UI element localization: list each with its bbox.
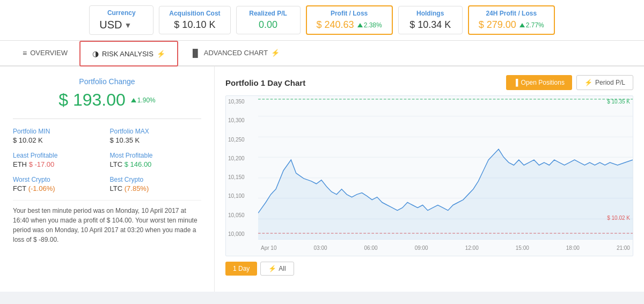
profit-loss-badge: 2.38% — [357, 21, 382, 29]
up-arrow-icon-3 — [131, 98, 136, 102]
chart-lightning-icon: ⚡ — [271, 49, 280, 57]
chart-x-labels: Apr 10 03:00 06:00 09:00 12:00 15:00 18:… — [258, 240, 633, 256]
x-label-0: Apr 10 — [261, 245, 276, 251]
portfolio-max-item: Portfolio MAX $ 10.35 K — [110, 128, 202, 144]
chart-icon: ▐▌ — [190, 49, 201, 57]
y-label-2: 10,250 — [228, 137, 256, 143]
chart-all-button[interactable]: ⚡ All — [260, 262, 294, 276]
realized-pl-card: Realized P/L 0.00 — [236, 6, 301, 34]
worst-crypto-label: Worst Crypto — [13, 176, 105, 183]
profit-24h-badge: 2.77% — [519, 21, 544, 29]
portfolio-value-row: $ 193.00 1.90% — [13, 90, 201, 110]
risk-lightning-icon: ⚡ — [157, 50, 165, 58]
acquisition-cost-value: $ 10.10 K — [169, 19, 220, 31]
portfolio-min-label: Portfolio MIN — [13, 128, 105, 135]
x-label-6: 18:00 — [566, 245, 580, 251]
chart-header: Portfolio 1 Day Chart ▐ Open Positions ⚡… — [225, 75, 633, 90]
y-label-7: 10,000 — [228, 231, 256, 237]
best-crypto-pct: (7.85%) — [125, 184, 149, 192]
x-label-5: 15:00 — [516, 245, 529, 251]
holdings-card: Holdings $ 10.34 K — [398, 6, 463, 34]
chart-svg-area: $ 10.35 K $ 10.02 K — [258, 96, 633, 240]
least-profitable-label: Least Profitable — [13, 152, 105, 159]
currency-label: Currency — [99, 9, 143, 17]
description-text: Your best ten minute period was on Monda… — [13, 200, 201, 244]
tab-overview[interactable]: ≡ OVERVIEW — [11, 41, 79, 66]
chart-container: 10,350 10,300 10,250 10,200 10,150 10,10… — [225, 95, 633, 256]
profit-24h-value: $ 279.00 — [479, 19, 516, 31]
least-profitable-coin: ETH $ -17.00 — [13, 160, 105, 168]
chart-1day-button[interactable]: 1 Day — [225, 262, 257, 276]
currency-arrow: ▼ — [124, 21, 131, 29]
profit-loss-value: $ 240.63 — [317, 19, 354, 31]
currency-select[interactable]: USD ▼ — [99, 19, 143, 31]
y-label-4: 10,150 — [228, 174, 256, 180]
positions-icon: ▐ — [514, 79, 518, 86]
best-crypto-coin: LTC (7.85%) — [110, 184, 202, 192]
chart-max-label: $ 10.35 K — [607, 99, 630, 105]
risk-icon: ◑ — [92, 49, 99, 58]
tab-chart-label: ADVANCED CHART — [204, 49, 268, 57]
profit-24h-card: 24H Profit / Loss $ 279.00 2.77% — [468, 5, 555, 35]
acquisition-cost-label: Acquisition Cost — [169, 10, 220, 17]
portfolio-min-value: $ 10.02 K — [13, 136, 105, 144]
portfolio-min-item: Portfolio MIN $ 10.02 K — [13, 128, 105, 144]
worst-crypto-coin: FCT (-1.06%) — [13, 184, 105, 192]
currency-value: USD — [99, 19, 122, 31]
y-label-6: 10,050 — [228, 212, 256, 218]
holdings-value: $ 10.34 K — [408, 19, 452, 31]
portfolio-value: $ 193.00 — [58, 90, 126, 110]
portfolio-pct-badge: 1.90% — [131, 97, 156, 104]
most-profitable-val: $ 146.00 — [125, 160, 152, 168]
chart-fill-area — [258, 149, 633, 240]
most-profitable-label: Most Profitable — [110, 152, 202, 159]
best-crypto-label: Best Crypto — [110, 176, 202, 183]
divider — [13, 118, 201, 119]
left-panel: Portfolio Change $ 193.00 1.90% Portfoli… — [0, 66, 215, 292]
top-bar: Currency USD ▼ Acquisition Cost $ 10.10 … — [0, 0, 644, 41]
profit-loss-label: Profit / Loss — [317, 10, 382, 17]
open-positions-button[interactable]: ▐ Open Positions — [506, 75, 572, 90]
portfolio-max-value: $ 10.35 K — [110, 136, 202, 144]
holdings-label: Holdings — [408, 10, 452, 17]
tab-advanced-chart[interactable]: ▐▌ ADVANCED CHART ⚡ — [178, 41, 291, 66]
portfolio-max-label: Portfolio MAX — [110, 128, 202, 135]
profit-loss-card: Profit / Loss $ 240.63 2.38% — [306, 5, 393, 35]
stats-grid: Portfolio MIN $ 10.02 K Portfolio MAX $ … — [13, 128, 201, 192]
y-label-3: 10,200 — [228, 155, 256, 161]
profit-24h-row: $ 279.00 2.77% — [479, 19, 544, 31]
chart-min-label: $ 10.02 K — [607, 215, 630, 221]
overview-icon: ≡ — [23, 49, 27, 57]
tabs-bar: ≡ OVERVIEW ◑ RISK ANALYSIS ⚡ ▐▌ ADVANCED… — [0, 41, 644, 66]
profit-24h-pct: 2.77% — [526, 21, 544, 29]
chart-y-labels: 10,350 10,300 10,250 10,200 10,150 10,10… — [226, 96, 258, 240]
chart-buttons: 1 Day ⚡ All — [225, 262, 633, 276]
tab-overview-label: OVERVIEW — [30, 49, 68, 57]
currency-card: Currency USD ▼ — [89, 5, 153, 35]
least-profitable-val: $ -17.00 — [29, 160, 55, 168]
period-pl-button[interactable]: ⚡ Period P/L — [576, 75, 633, 90]
up-arrow-icon-2 — [519, 23, 525, 27]
realized-pl-label: Realized P/L — [246, 10, 290, 17]
lightning-icon: ⚡ — [584, 79, 592, 86]
worst-crypto-item: Worst Crypto FCT (-1.06%) — [13, 176, 105, 192]
acquisition-cost-card: Acquisition Cost $ 10.10 K — [159, 6, 230, 34]
most-profitable-coin: LTC $ 146.00 — [110, 160, 202, 168]
least-profitable-item: Least Profitable ETH $ -17.00 — [13, 152, 105, 168]
worst-crypto-pct: (-1.06%) — [28, 184, 55, 192]
best-crypto-item: Best Crypto LTC (7.85%) — [110, 176, 202, 192]
y-label-1: 10,300 — [228, 117, 256, 123]
x-label-2: 06:00 — [364, 245, 378, 251]
x-label-1: 03:00 — [314, 245, 327, 251]
x-label-3: 09:00 — [415, 245, 428, 251]
y-label-0: 10,350 — [228, 99, 256, 105]
portfolio-change-title: Portfolio Change — [13, 77, 201, 86]
tab-risk-label: RISK ANALYSIS — [102, 50, 153, 58]
portfolio-pct: 1.90% — [137, 97, 156, 104]
chart-title: Portfolio 1 Day Chart — [225, 78, 305, 87]
profit-loss-row: $ 240.63 2.38% — [317, 19, 382, 31]
right-panel: Portfolio 1 Day Chart ▐ Open Positions ⚡… — [215, 66, 644, 292]
main-content: Portfolio Change $ 193.00 1.90% Portfoli… — [0, 66, 644, 292]
tab-risk-analysis[interactable]: ◑ RISK ANALYSIS ⚡ — [79, 41, 178, 66]
most-profitable-item: Most Profitable LTC $ 146.00 — [110, 152, 202, 168]
